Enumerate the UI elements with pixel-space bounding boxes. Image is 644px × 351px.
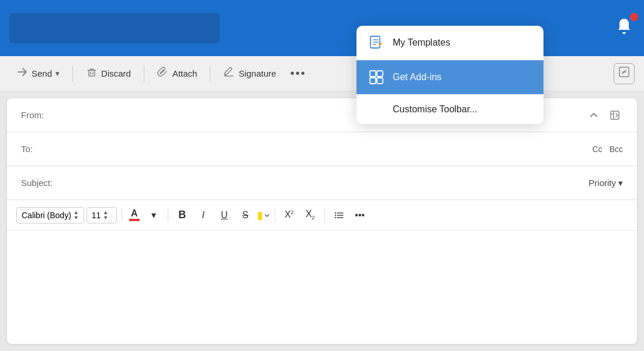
- strikethrough-button[interactable]: S: [236, 206, 255, 225]
- customise-toolbar-label: Customise Toolbar...: [393, 104, 477, 115]
- compose-toolbar: Send ▾ Discard Attach: [0, 56, 644, 91]
- attach-label: Attach: [172, 68, 198, 78]
- my-templates-icon: [368, 35, 385, 50]
- cc-button[interactable]: Cc: [593, 144, 603, 154]
- font-color-bar: [129, 219, 140, 221]
- font-color-dropdown-button[interactable]: ▾: [144, 206, 163, 225]
- send-button[interactable]: Send ▾: [9, 63, 67, 84]
- signature-button[interactable]: Signature: [216, 63, 283, 84]
- get-addins-label: Get Add-ins: [393, 72, 442, 82]
- dropdown-menu: My Templates Get Add-ins Customise Toolb…: [356, 26, 543, 124]
- svg-point-10: [335, 216, 336, 218]
- toolbar-separator-2: [144, 66, 144, 82]
- format-toolbar: Calibri (Body) ▲ ▼ 11 ▲ ▼ A: [7, 200, 637, 230]
- header-bar: [0, 0, 644, 56]
- font-size-label: 11: [92, 211, 101, 220]
- signature-icon: [223, 66, 235, 81]
- bell-button[interactable]: [614, 16, 635, 40]
- svg-point-9: [335, 214, 336, 215]
- subscript-icon: X2: [306, 209, 315, 221]
- font-family-label: Calibri (Body): [22, 211, 71, 220]
- dropdown-item-customise-toolbar[interactable]: Customise Toolbar...: [356, 95, 543, 124]
- to-input[interactable]: [68, 144, 593, 154]
- highlight-dropdown-icon: [264, 212, 270, 218]
- dropdown-item-my-templates[interactable]: My Templates: [356, 26, 543, 60]
- format-separator-1: [122, 208, 122, 222]
- more-button[interactable]: •••: [286, 63, 311, 84]
- strikethrough-icon: S: [242, 210, 248, 221]
- highlight-button[interactable]: ▮: [257, 209, 270, 222]
- italic-button[interactable]: I: [194, 206, 213, 225]
- underline-button[interactable]: U: [215, 206, 234, 225]
- font-size-arrows: ▲ ▼: [103, 210, 108, 221]
- external-link-button[interactable]: [607, 108, 623, 122]
- svg-rect-5: [370, 78, 376, 84]
- from-field-actions: [586, 108, 623, 122]
- notification-badge: [630, 13, 638, 21]
- toolbar-separator-3: [210, 66, 210, 82]
- paperclip-icon: [157, 66, 169, 81]
- font-size-select[interactable]: 11 ▲ ▼: [86, 207, 117, 223]
- signature-label: Signature: [238, 68, 276, 78]
- send-label: Send: [32, 68, 52, 78]
- priority-button[interactable]: Priority ▾: [588, 178, 623, 188]
- priority-label: Priority: [588, 178, 616, 188]
- addins-grid-icon: [369, 70, 384, 85]
- svg-point-8: [335, 212, 336, 213]
- attach-button[interactable]: Attach: [150, 63, 205, 84]
- collapse-button[interactable]: [614, 63, 635, 84]
- get-addins-icon: [368, 70, 385, 85]
- more-dots-icon: •••: [290, 67, 306, 80]
- trash-icon: [86, 66, 98, 81]
- send-icon: [16, 66, 28, 81]
- svg-rect-0: [89, 70, 95, 76]
- bold-button[interactable]: B: [173, 206, 192, 225]
- svg-rect-4: [377, 71, 383, 77]
- list-icon: [333, 209, 345, 221]
- cc-bcc-buttons: Cc Bcc: [593, 144, 623, 154]
- attach-clip-icon: [157, 66, 169, 78]
- template-doc-icon: [369, 35, 384, 50]
- signature-pen-icon: [223, 66, 235, 78]
- italic-icon: I: [202, 210, 205, 221]
- superscript-icon: X2: [285, 209, 294, 220]
- collapse-icon: [619, 67, 629, 80]
- list-button[interactable]: [330, 206, 348, 225]
- subject-input[interactable]: [68, 178, 588, 188]
- bcc-button[interactable]: Bcc: [610, 144, 623, 154]
- font-family-select[interactable]: Calibri (Body) ▲ ▼: [16, 207, 84, 223]
- font-color-icon: A: [131, 209, 138, 218]
- discard-button[interactable]: Discard: [79, 63, 138, 84]
- from-label: From:: [21, 110, 68, 120]
- priority-chevron-icon: ▾: [618, 178, 623, 188]
- logo-placeholder: [9, 13, 220, 43]
- subject-field-row: Subject: Priority ▾: [7, 166, 637, 200]
- to-label: To:: [21, 144, 68, 154]
- to-field-row: To: Cc Bcc: [7, 132, 637, 166]
- my-templates-label: My Templates: [393, 37, 450, 48]
- underline-icon: U: [221, 210, 228, 221]
- superscript-button[interactable]: X2: [280, 206, 299, 225]
- more-format-button[interactable]: •••: [351, 206, 369, 225]
- collapse-arrow-icon: [619, 67, 629, 77]
- bold-icon: B: [178, 209, 186, 221]
- compose-area: From: To: Cc Bcc Subje: [7, 98, 637, 344]
- discard-label: Discard: [101, 68, 131, 78]
- subject-label: Subject:: [21, 178, 68, 188]
- external-link-icon: [609, 109, 621, 121]
- send-chevron-icon: ▾: [56, 69, 60, 78]
- discard-trash-icon: [86, 66, 98, 78]
- format-separator-4: [324, 208, 325, 222]
- font-color-chevron-icon: ▾: [151, 209, 156, 221]
- chevron-up-icon: [588, 109, 600, 121]
- font-family-arrows: ▲ ▼: [74, 210, 79, 221]
- font-color-button[interactable]: A: [127, 208, 142, 222]
- dropdown-item-get-addins[interactable]: Get Add-ins: [356, 60, 543, 95]
- subscript-button[interactable]: X2: [301, 206, 320, 225]
- svg-rect-6: [377, 78, 383, 84]
- toolbar-separator-1: [72, 66, 73, 82]
- more-format-icon: •••: [355, 210, 365, 221]
- svg-rect-3: [370, 71, 376, 77]
- highlight-icon: ▮: [257, 209, 263, 222]
- expand-up-button[interactable]: [586, 108, 602, 122]
